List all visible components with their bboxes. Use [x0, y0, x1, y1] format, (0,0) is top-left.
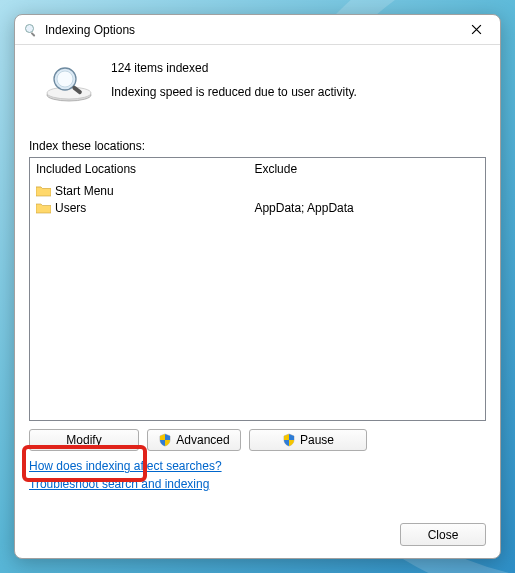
shield-icon: [282, 433, 296, 447]
locations-label: Index these locations:: [29, 139, 486, 153]
folder-icon: [36, 202, 51, 214]
svg-point-0: [26, 24, 34, 32]
close-dialog-button[interactable]: Close: [400, 523, 486, 546]
magnifier-icon: [43, 63, 95, 103]
exclude-value: AppData; AppData: [254, 199, 479, 216]
how-indexing-link[interactable]: How does indexing affect searches?: [29, 459, 486, 473]
search-app-icon: [23, 22, 39, 38]
included-locations-header: Included Locations: [36, 162, 242, 176]
dialog-content: 124 items indexed Indexing speed is redu…: [15, 45, 500, 558]
folder-icon: [36, 185, 51, 197]
dialog-title: Indexing Options: [45, 23, 456, 37]
advanced-button[interactable]: Advanced: [147, 429, 241, 451]
close-button[interactable]: [456, 17, 496, 43]
locations-listbox[interactable]: Included Locations Start Menu Users Excl…: [29, 157, 486, 421]
indexing-options-dialog: Indexing Options 124 items indexed Index…: [14, 14, 501, 559]
titlebar: Indexing Options: [15, 15, 500, 45]
pause-button[interactable]: Pause: [249, 429, 367, 451]
shield-icon: [158, 433, 172, 447]
exclude-header: Exclude: [254, 162, 479, 176]
list-item[interactable]: Start Menu: [36, 182, 242, 199]
troubleshoot-link[interactable]: Troubleshoot search and indexing: [29, 477, 486, 491]
list-item[interactable]: Users: [36, 199, 242, 216]
svg-rect-1: [31, 32, 36, 37]
indexing-speed-text: Indexing speed is reduced due to user ac…: [111, 85, 357, 99]
exclude-value: [254, 182, 479, 199]
location-name: Start Menu: [55, 184, 114, 198]
indexed-count-text: 124 items indexed: [111, 61, 357, 75]
location-name: Users: [55, 201, 86, 215]
svg-point-5: [57, 71, 73, 87]
modify-button[interactable]: Modify: [29, 429, 139, 451]
status-area: 124 items indexed Indexing speed is redu…: [29, 59, 486, 109]
